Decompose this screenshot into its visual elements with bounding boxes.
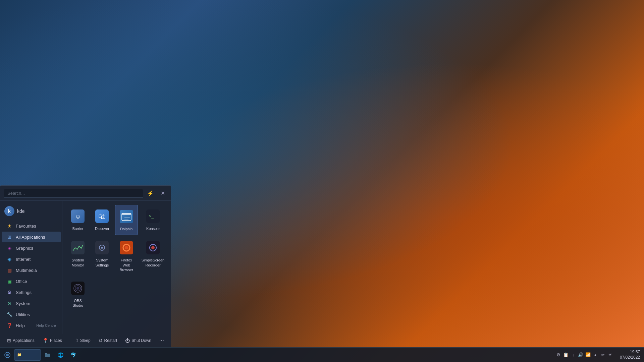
tray-update-icon[interactable]: ↓	[570, 352, 576, 358]
all-applications-icon: ⊞	[6, 234, 12, 240]
app-item-system-settings[interactable]: System Settings	[91, 236, 113, 276]
tray-audio-icon[interactable]: 🔊	[578, 352, 584, 358]
launcher-bottom: ⊞ Applications 📍 Places ☽ Sleep ↺ Restar…	[0, 334, 171, 347]
start-button[interactable]	[1, 349, 13, 361]
avatar: k	[4, 206, 14, 216]
content-area: ⎊Barrier🛍DiscoverDolphin>_KonsoleSystem …	[62, 201, 171, 334]
utilities-icon: 🔧	[6, 311, 12, 317]
search-bar: ⚡ ✕	[0, 186, 171, 201]
app-label-konsole: Konsole	[146, 226, 160, 231]
sleep-button[interactable]: ☽ Sleep	[71, 336, 94, 345]
app-label-barrier: Barrier	[72, 226, 84, 231]
app-item-obs[interactable]: OBS Studio	[66, 277, 89, 311]
tray-network-icon[interactable]: 📶	[585, 352, 591, 358]
favourites-icon: ★	[6, 223, 12, 229]
tray-clipboard-icon[interactable]: 📋	[563, 352, 569, 358]
app-icon-barrier: ⎊	[70, 208, 86, 224]
search-input[interactable]	[4, 189, 143, 198]
kde-logo-icon	[4, 352, 10, 358]
user-section: k kde	[0, 203, 62, 220]
sidebar-item-all-applications[interactable]: ⊞All Applications	[2, 232, 61, 242]
sidebar-item-utilities[interactable]: 🔧Utilities	[2, 309, 61, 320]
settings-icon: ⚙	[6, 289, 12, 295]
app-item-dolphin[interactable]: Dolphin	[115, 205, 138, 235]
shutdown-button[interactable]: ⏻ Shut Down	[122, 336, 155, 345]
svg-rect-28	[45, 353, 47, 354]
more-button[interactable]: ⋯	[156, 336, 167, 345]
sleep-icon: ☽	[74, 338, 78, 343]
desktop: ⚡ ✕ k kde ★Favourites⊞All Applications◈G…	[0, 0, 644, 362]
tray-pen-icon[interactable]: ✏	[600, 352, 606, 358]
multimedia-icon: ▤	[6, 267, 12, 273]
clock-date: 07/02/2022	[616, 355, 640, 360]
taskbar-left: 📁 🌐 🐬	[0, 349, 553, 361]
sidebar-item-system[interactable]: ⊗System	[2, 298, 61, 309]
svg-point-14	[101, 247, 103, 249]
power-icon: ⏻	[125, 338, 130, 343]
restart-label: Restart	[104, 338, 117, 343]
restart-icon: ↺	[99, 338, 103, 343]
taskbar-right: ⚙ 📋 ↓ 🔊 📶 ▲ ✏ ☀ 19:57 07/02/2022	[553, 350, 644, 360]
taskbar-dolphin-window[interactable]: 📁	[14, 349, 41, 361]
app-item-firefox[interactable]: Firefox Web Browser	[115, 236, 138, 276]
svg-text:>_: >_	[149, 214, 154, 219]
sidebar-item-favourites[interactable]: ★Favourites	[2, 221, 61, 231]
apps-grid: ⎊Barrier🛍DiscoverDolphin>_KonsoleSystem …	[66, 205, 167, 311]
places-label: Places	[50, 338, 62, 343]
places-tab[interactable]: 📍 Places	[39, 336, 65, 345]
clock[interactable]: 19:57 07/02/2022	[614, 350, 641, 360]
svg-text:🛍: 🛍	[98, 212, 106, 221]
tray-chevron-icon[interactable]: ▲	[592, 352, 598, 358]
system-icon: ⊗	[6, 300, 12, 306]
app-item-discover[interactable]: 🛍Discover	[91, 205, 113, 235]
user-name: kde	[17, 208, 25, 214]
app-item-konsole[interactable]: >_Konsole	[139, 205, 167, 235]
app-icon-simplescreenrecorder	[145, 240, 161, 256]
internet-icon: ◉	[6, 256, 12, 262]
sleep-label: Sleep	[80, 338, 91, 343]
shutdown-label: Shut Down	[131, 338, 151, 343]
graphics-icon: ◈	[6, 245, 12, 251]
sidebar-items: ★Favourites⊞All Applications◈Graphics◉In…	[0, 221, 62, 331]
tray-brightness-icon[interactable]: ☀	[607, 352, 613, 358]
help-centre-label: Help Centre	[36, 323, 56, 327]
sidebar-item-internet[interactable]: ◉Internet	[2, 254, 61, 264]
configure-button[interactable]: ⚡	[146, 188, 155, 198]
taskbar: 📁 🌐 🐬 ⚙ 📋 ↓ 🔊 📶 ▲ ✏ ☀	[0, 347, 644, 362]
sidebar-item-label-graphics: Graphics	[16, 246, 33, 251]
svg-point-17	[125, 246, 128, 249]
app-icon-discover: 🛍	[94, 208, 110, 224]
app-icon-firefox	[118, 240, 135, 256]
app-icon-dolphin	[118, 208, 135, 225]
app-label-obs: OBS Studio	[68, 298, 87, 308]
app-label-system-monitor: System Monitor	[68, 258, 87, 267]
app-item-simplescreenrecorder[interactable]: SimpleScreenRecorder	[139, 236, 167, 276]
folder-icon	[45, 352, 51, 358]
restart-button[interactable]: ↺ Restart	[95, 336, 121, 345]
svg-point-24	[76, 287, 79, 290]
sidebar-item-office[interactable]: ▣Office	[2, 276, 61, 287]
sidebar-item-help[interactable]: ❓HelpHelp Centre	[2, 320, 61, 331]
places-icon: 📍	[43, 338, 48, 343]
sidebar-item-label-office: Office	[16, 279, 27, 284]
app-item-system-monitor[interactable]: System Monitor	[66, 236, 89, 276]
applications-label: Applications	[13, 338, 35, 343]
launcher-main: k kde ★Favourites⊞All Applications◈Graph…	[0, 201, 171, 334]
app-icon-system-monitor	[70, 240, 86, 256]
svg-text:⎊: ⎊	[76, 213, 80, 220]
tray-settings-icon[interactable]: ⚙	[555, 352, 561, 358]
sidebar: k kde ★Favourites⊞All Applications◈Graph…	[0, 201, 62, 334]
applications-icon: ⊞	[7, 338, 11, 343]
app-icon-system-settings	[94, 240, 110, 256]
app-item-barrier[interactable]: ⎊Barrier	[66, 205, 89, 235]
applications-tab[interactable]: ⊞ Applications	[4, 336, 38, 345]
unpin-button[interactable]: ✕	[158, 188, 167, 198]
taskbar-dolphin-btn[interactable]: 🐬	[67, 349, 79, 361]
window-label: 📁	[17, 353, 22, 357]
sidebar-item-multimedia[interactable]: ▤Multimedia	[2, 265, 61, 276]
application-launcher: ⚡ ✕ k kde ★Favourites⊞All Applications◈G…	[0, 185, 171, 347]
sidebar-item-graphics[interactable]: ◈Graphics	[2, 243, 61, 253]
taskbar-browser-btn[interactable]: 🌐	[54, 349, 66, 361]
taskbar-files-btn[interactable]	[42, 349, 54, 361]
sidebar-item-settings[interactable]: ⚙Settings	[2, 287, 61, 298]
